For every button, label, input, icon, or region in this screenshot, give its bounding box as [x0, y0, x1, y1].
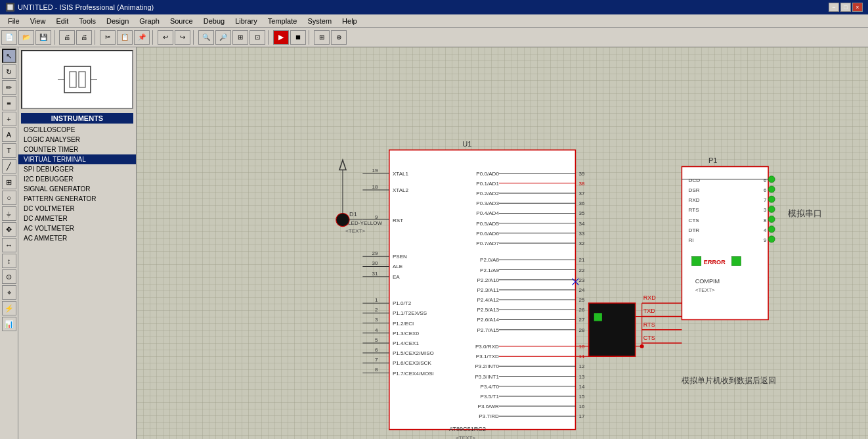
copy-button[interactable]: 📋 — [117, 30, 133, 45]
svg-rect-2 — [79, 72, 85, 87]
svg-text:22: 22 — [578, 267, 585, 273]
svg-text:DSR: DSR — [689, 187, 700, 193]
menu-item-design[interactable]: Design — [101, 14, 134, 27]
svg-text:30: 30 — [372, 260, 379, 266]
svg-text:P0.7/AD7: P0.7/AD7 — [476, 241, 499, 246]
open-button[interactable]: 📂 — [18, 30, 34, 45]
svg-rect-173 — [594, 313, 602, 321]
maximize-button[interactable]: □ — [840, 3, 851, 12]
generator-tool[interactable]: ⚡ — [2, 301, 16, 315]
menu-item-help[interactable]: Help — [337, 14, 362, 27]
menu-item-template[interactable]: Template — [263, 14, 303, 27]
grid-button[interactable]: ⊞ — [314, 30, 330, 45]
menu-item-library[interactable]: Library — [230, 14, 263, 27]
zoom-full-button[interactable]: ⊡ — [250, 30, 265, 45]
svg-text:CTS: CTS — [689, 218, 700, 223]
close-button[interactable]: × — [852, 3, 863, 12]
svg-text:P3.5/T1: P3.5/T1 — [481, 394, 500, 400]
svg-text:32: 32 — [578, 241, 585, 246]
preview-box — [21, 50, 133, 109]
instrument-item-virtual-terminal[interactable]: VIRTUAL TERMINAL — [18, 154, 136, 164]
snap-button[interactable]: ⊕ — [331, 30, 347, 45]
svg-text:P3.4/T0: P3.4/T0 — [481, 384, 500, 390]
canvas-area[interactable]: U1 19 XTAL1 18 XTAL2 9 RST 29 PSEN — [137, 47, 868, 439]
svg-text:16: 16 — [578, 404, 585, 409]
menu-item-graph[interactable]: Graph — [134, 14, 165, 27]
zoom-out-button[interactable]: 🔎 — [215, 30, 231, 45]
paste-button[interactable]: 📌 — [134, 30, 150, 45]
svg-text:P2.0/A8: P2.0/A8 — [480, 257, 499, 263]
window-title: UNTITLED - ISIS Professional (Animating) — [18, 3, 829, 11]
save-button[interactable]: 💾 — [35, 30, 51, 45]
power-tool[interactable]: ⏚ — [2, 206, 16, 221]
label-tool[interactable]: A — [2, 127, 16, 142]
instrument-item-oscilloscope[interactable]: OSCILLOSCOPE — [18, 125, 136, 135]
move-tool[interactable]: ✥ — [2, 222, 16, 237]
toolbar: 📄 📂 💾 🖨 🖨 ✂ 📋 📌 ↩ ↪ 🔍 🔎 ⊞ ⊡ ▶ ⏹ ⊞ ⊕ — [0, 28, 868, 47]
main-layout: ↖ ↻ ✏ ≡ + A T ╱ ⊞ ○ ⏚ ✥ ↔ ↕ ⊙ ⌖ ⚡ 📊 INST… — [0, 47, 868, 439]
svg-text:RXD: RXD — [643, 294, 657, 301]
svg-text:2: 2 — [375, 307, 378, 313]
svg-point-141 — [768, 196, 775, 202]
svg-point-134 — [768, 176, 775, 183]
svg-text:LED-YELLOW: LED-YELLOW — [348, 220, 383, 226]
instrument-item-spi-debugger[interactable]: SPI DEBUGGER — [18, 164, 136, 174]
redo-button[interactable]: ↪ — [175, 30, 190, 45]
instrument-item-dc-voltmeter[interactable]: DC VOLTMETER — [18, 204, 136, 214]
svg-text:P3.3/INT1: P3.3/INT1 — [475, 374, 499, 380]
menu-item-view[interactable]: View — [25, 14, 51, 27]
bus-entry-tool[interactable]: ╱ — [2, 159, 16, 173]
tape-tool[interactable]: ⌖ — [2, 285, 16, 300]
instrument-item-pattern-generator[interactable]: PATTERN GENERATOR — [18, 194, 136, 204]
stop-button[interactable]: ⏹ — [290, 30, 306, 45]
zoom-fit-button[interactable]: ⊞ — [232, 30, 248, 45]
print2-button[interactable]: 🖨 — [76, 30, 92, 45]
menu-item-debug[interactable]: Debug — [198, 14, 230, 27]
svg-point-147 — [768, 216, 775, 222]
svg-text:24: 24 — [578, 287, 585, 293]
wire-tool[interactable]: ✏ — [2, 80, 16, 95]
menu-item-source[interactable]: Source — [165, 14, 198, 27]
bus-tool[interactable]: ≡ — [2, 96, 16, 110]
minimize-button[interactable]: − — [829, 3, 839, 12]
menu-item-tools[interactable]: Tools — [74, 14, 101, 27]
pin-tool[interactable]: ○ — [2, 191, 16, 205]
instrument-item-i2c-debugger[interactable]: I2C DEBUGGER — [18, 174, 136, 184]
instrument-item-ac-ammeter[interactable]: AC AMMETER — [18, 233, 136, 243]
menu-item-file[interactable]: File — [3, 14, 25, 27]
menu-item-system[interactable]: System — [302, 14, 337, 27]
svg-text:37: 37 — [578, 191, 585, 196]
flip-v-tool[interactable]: ↕ — [2, 254, 16, 268]
flip-h-tool[interactable]: ↔ — [2, 238, 16, 252]
new-button[interactable]: 📄 — [1, 30, 17, 45]
instrument-item-counter-timer[interactable]: COUNTER TIMER — [18, 145, 136, 154]
instrument-item-dc-ammeter[interactable]: DC AMMETER — [18, 214, 136, 223]
print-button[interactable]: 🖨 — [59, 30, 75, 45]
junction-tool[interactable]: + — [2, 112, 16, 126]
menu-item-edit[interactable]: Edit — [51, 14, 74, 27]
instrument-item-ac-voltmeter[interactable]: AC VOLTMETER — [18, 223, 136, 233]
select-tool[interactable]: ↖ — [2, 49, 16, 63]
undo-button[interactable]: ↩ — [158, 30, 173, 45]
text-tool[interactable]: T — [2, 143, 16, 158]
svg-text:P1.3/CEX0: P1.3/CEX0 — [393, 331, 420, 336]
svg-text:P3.2/INT0: P3.2/INT0 — [475, 363, 499, 369]
svg-text:ERROR: ERROR — [704, 259, 726, 266]
svg-text:RTS: RTS — [643, 321, 655, 328]
probe-tool[interactable]: ⊙ — [2, 269, 16, 284]
svg-point-150 — [768, 226, 775, 233]
svg-text:7: 7 — [764, 197, 767, 203]
svg-text:ALE: ALE — [393, 264, 403, 269]
svg-text:P1.2/ECI: P1.2/ECI — [393, 321, 414, 327]
sep3 — [152, 30, 155, 45]
svg-text:PSEN: PSEN — [393, 254, 407, 260]
instrument-item-signal-generator[interactable]: SIGNAL GENERATOR — [18, 184, 136, 194]
instrument-tool[interactable]: 📊 — [2, 317, 16, 331]
rotate-tool[interactable]: ↻ — [2, 64, 16, 79]
component-tool[interactable]: ⊞ — [2, 175, 16, 189]
cut-button[interactable]: ✂ — [100, 30, 116, 45]
instrument-item-logic-analyser[interactable]: LOGIC ANALYSER — [18, 135, 136, 145]
zoom-in-button[interactable]: 🔍 — [198, 30, 214, 45]
svg-text:P1.1/T2EX/SS: P1.1/T2EX/SS — [393, 310, 427, 316]
run-button[interactable]: ▶ — [273, 30, 289, 45]
